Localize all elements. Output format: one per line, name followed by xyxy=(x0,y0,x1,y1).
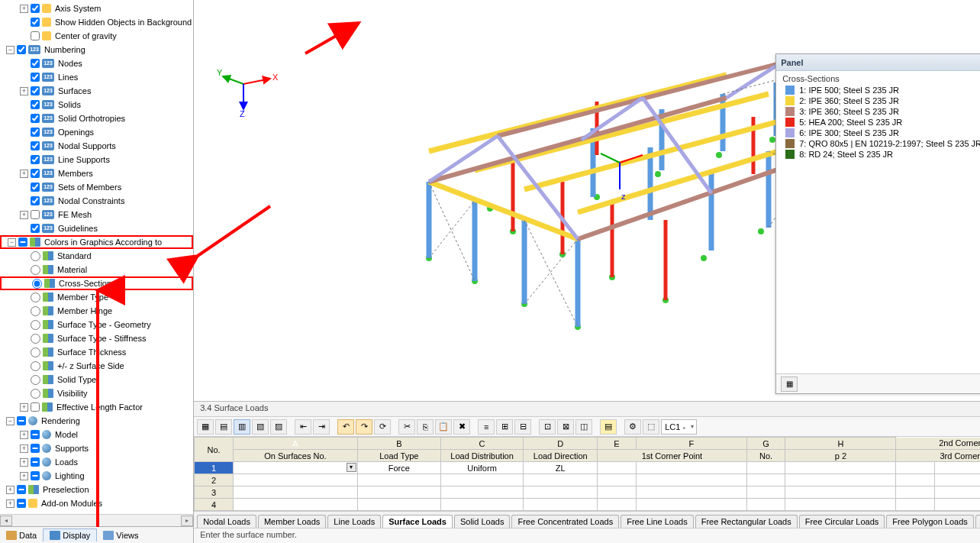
tree-item[interactable]: 123Solid Orthotropies xyxy=(0,112,193,125)
tree-item[interactable]: Visibility xyxy=(0,386,193,400)
tree-checkbox[interactable] xyxy=(17,485,26,494)
cell[interactable] xyxy=(440,486,524,499)
cell[interactable] xyxy=(524,474,598,486)
sheet-tab[interactable]: Free Line Loads xyxy=(621,515,694,528)
tree-item[interactable]: 123Solids xyxy=(0,98,193,112)
expand-icon[interactable]: + xyxy=(20,87,28,95)
cell[interactable] xyxy=(357,486,440,499)
tree-item[interactable]: 123Openings xyxy=(0,125,193,139)
tree-radio[interactable] xyxy=(31,265,40,275)
table-row[interactable]: 2 xyxy=(195,474,980,486)
tree-checkbox[interactable] xyxy=(31,100,40,109)
expand-icon[interactable]: + xyxy=(20,5,28,13)
cell[interactable] xyxy=(357,474,440,486)
tree-item[interactable]: Member Hinge xyxy=(0,304,193,318)
legend-item[interactable]: 5: HEA 200; Steel S 235 JR xyxy=(776,117,980,128)
tree-checkbox[interactable] xyxy=(31,210,40,219)
legend-panel[interactable]: Panel ✕ Cross-Sections 1: IPE 500; Steel… xyxy=(775,53,980,394)
tb-btn-7[interactable]: ⇥ xyxy=(313,419,330,435)
cell[interactable] xyxy=(935,474,980,486)
cell[interactable] xyxy=(233,474,357,486)
h-loadtype[interactable]: Load Type xyxy=(357,450,440,462)
col-F[interactable]: F xyxy=(636,438,746,450)
tree-checkbox[interactable] xyxy=(18,238,27,247)
tb-btn-19[interactable]: ⊠ xyxy=(557,419,574,435)
3d-viewport[interactable]: z X Y Z Panel ✕ xyxy=(194,0,980,402)
tb-btn-16[interactable]: ⊞ xyxy=(496,419,513,435)
h-surf[interactable]: On Surfaces No. xyxy=(233,450,357,462)
sheet-tab[interactable]: Free Variable L xyxy=(975,515,980,528)
scroll-left-button[interactable]: ◂ xyxy=(0,516,12,526)
cell[interactable] xyxy=(636,486,746,499)
tree-checkbox[interactable] xyxy=(17,416,26,425)
cell[interactable] xyxy=(598,499,637,511)
table-row[interactable]: 4 xyxy=(195,499,980,511)
expand-icon[interactable]: + xyxy=(20,444,28,453)
expand-icon[interactable]: + xyxy=(20,472,28,480)
tree-item[interactable]: Solid Type xyxy=(0,373,193,386)
tree-item[interactable]: +Supports xyxy=(0,441,193,455)
cell[interactable] xyxy=(785,474,896,486)
table-row[interactable]: 3 xyxy=(195,486,980,499)
tb-btn-2[interactable]: ▤ xyxy=(215,419,232,435)
expand-icon[interactable]: + xyxy=(20,170,28,178)
tb-btn-17[interactable]: ⊟ xyxy=(514,419,531,435)
sheet-tab[interactable]: Free Rectangular Loads xyxy=(695,515,798,528)
tree-item[interactable]: +/- z Surface Side xyxy=(0,359,193,373)
tb-cut[interactable]: ✂ xyxy=(398,419,415,435)
tree-checkbox[interactable] xyxy=(31,18,40,27)
cell[interactable] xyxy=(524,486,598,499)
tb-copy[interactable]: ⎘ xyxy=(417,419,434,435)
tree-item[interactable]: Surface Type - Stiffness xyxy=(0,331,193,345)
tree-item[interactable]: −Colors in Graphics According to xyxy=(0,235,193,249)
cell[interactable] xyxy=(896,462,935,474)
sheet-tab[interactable]: Member Loads xyxy=(258,515,326,528)
tree-item[interactable]: +Preselection xyxy=(0,483,193,496)
tree-checkbox[interactable] xyxy=(31,31,40,40)
group-3rd[interactable]: 3rd Corner Point xyxy=(896,450,980,462)
tree-item[interactable]: +123FE Mesh xyxy=(0,208,193,221)
h-p2[interactable]: p 2 xyxy=(785,450,896,462)
tree-item[interactable]: +Lighting xyxy=(0,469,193,483)
cell[interactable]: Uniform xyxy=(440,462,524,474)
tree-item[interactable]: Material xyxy=(0,263,193,276)
tab-data[interactable]: Data xyxy=(0,529,43,541)
expand-icon[interactable]: + xyxy=(20,211,28,219)
expand-icon[interactable]: + xyxy=(20,403,28,412)
tb-undo[interactable]: ↶ xyxy=(337,419,354,435)
legend-item[interactable]: 7: QRO 80x5 | EN 10219-2:1997; Steel S 2… xyxy=(776,138,980,149)
panel-titlebar[interactable]: Panel ✕ xyxy=(776,54,980,71)
tree-checkbox[interactable] xyxy=(31,86,40,95)
tree-checkbox[interactable] xyxy=(31,183,40,192)
tree-item[interactable]: +Axis System xyxy=(0,2,193,15)
legend-item[interactable]: 1: IPE 500; Steel S 235 JR xyxy=(776,85,980,95)
sheet-tab[interactable]: Surface Loads xyxy=(382,515,453,528)
tree-checkbox[interactable] xyxy=(31,457,40,467)
cell[interactable] xyxy=(440,474,524,486)
h-loaddist[interactable]: Load Distribution xyxy=(440,450,524,462)
cell[interactable] xyxy=(598,462,637,474)
cell[interactable] xyxy=(636,499,746,511)
tree-checkbox[interactable] xyxy=(31,155,40,164)
cell[interactable]: ZL xyxy=(524,462,598,474)
legend-item[interactable]: 3: IPE 360; Steel S 235 JR xyxy=(776,106,980,117)
tree-item[interactable]: Surface Thickness xyxy=(0,345,193,359)
tree-item[interactable]: 123Line Supports xyxy=(0,153,193,166)
col-A[interactable]: A xyxy=(233,438,357,450)
tree-checkbox[interactable] xyxy=(31,402,40,412)
tree-checkbox[interactable] xyxy=(31,444,40,453)
tree-checkbox[interactable] xyxy=(17,499,26,508)
cell[interactable] xyxy=(524,499,598,511)
loadcase-combo[interactable]: LC1 - xyxy=(661,419,697,435)
data-table[interactable]: No. A B C D E F G H 2nd Corner Point On … xyxy=(194,437,980,511)
tree-radio[interactable] xyxy=(31,293,40,302)
tree-item[interactable]: +Add-on Modules xyxy=(0,496,193,510)
tab-views[interactable]: Views xyxy=(97,529,144,541)
tree-item[interactable]: 123Lines xyxy=(0,70,193,84)
cell[interactable] xyxy=(785,486,896,499)
sheet-tab[interactable]: Free Concentrated Loads xyxy=(511,515,619,528)
h-no2[interactable]: No. xyxy=(746,450,785,462)
cell[interactable] xyxy=(785,499,896,511)
cell[interactable] xyxy=(785,462,896,474)
cell[interactable] xyxy=(598,486,637,499)
